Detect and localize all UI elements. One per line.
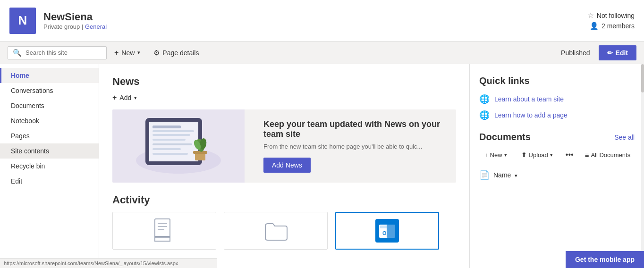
activity-section: Activity [112, 194, 456, 250]
add-news-label: Add News [272, 161, 302, 169]
quick-link-1[interactable]: 🌐 Learn about a team site [479, 94, 635, 104]
svg-rect-6 [153, 139, 186, 141]
sidebar-item-documents[interactable]: Documents [0, 98, 99, 113]
edit-button[interactable]: ✏ Edit [599, 45, 636, 60]
doc-file-icon: 📄 [479, 170, 490, 180]
svg-rect-16 [155, 236, 170, 241]
sidebar-item-site-contents[interactable]: Site contents [0, 143, 99, 159]
see-all-link[interactable]: See all [614, 134, 635, 141]
docs-new-label: New [490, 151, 502, 159]
status-bar: https://microsoft.sharepoint.com/teams/N… [0, 258, 217, 268]
svg-rect-8 [153, 148, 181, 150]
globe-icon-1: 🌐 [479, 94, 490, 104]
docs-more-button[interactable]: ••• [562, 148, 577, 161]
activity-title: Activity [112, 194, 456, 206]
not-following-btn[interactable]: ☆ Not following [587, 11, 635, 20]
quick-links-title: Quick links [479, 75, 635, 86]
edit-label: Edit [616, 49, 628, 57]
members-label: 2 members [602, 22, 635, 30]
site-meta: Private group | General [43, 23, 107, 30]
search-bar[interactable]: 🔍 Search this site [8, 46, 107, 59]
ellipsis-icon: ••• [566, 151, 574, 159]
docs-upload-label: Upload [529, 151, 548, 159]
mobile-cta-label: Get the mobile app [575, 256, 635, 263]
chevron-down-icon-2: ▾ [550, 152, 553, 158]
all-docs-label: All Documents [591, 151, 630, 159]
pencil-icon: ✏ [607, 49, 613, 57]
sidebar-item-home[interactable]: Home [0, 68, 99, 83]
sidebar-recycle-bin-label: Recycle bin [11, 162, 45, 170]
docs-name-row[interactable]: 📄 Name ▾ [479, 167, 635, 183]
news-card: Keep your team updated with News on your… [112, 109, 456, 183]
activity-card-3: O [335, 212, 439, 250]
scrollbar-track [641, 64, 644, 268]
sidebar-item-edit[interactable]: Edit [0, 174, 99, 189]
site-name: NewSiena [43, 11, 107, 23]
site-private-label: Private group [43, 23, 80, 30]
all-docs-button[interactable]: ≡ All Documents [581, 149, 635, 161]
plus-icon: + [484, 151, 488, 159]
header-right: ☆ Not following 👤 2 members [587, 11, 635, 30]
person-icon: 👤 [590, 22, 599, 30]
top-header: N NewSiena Private group | General ☆ Not… [0, 0, 644, 42]
docs-title: Documents [479, 132, 531, 142]
sidebar-documents-label: Documents [11, 102, 44, 109]
activity-card-1 [112, 212, 216, 250]
activity-folder-icon [262, 217, 290, 245]
published-button[interactable]: Published [554, 46, 597, 59]
sidebar-notebook-label: Notebook [11, 117, 39, 125]
docs-upload-button[interactable]: ⬆ Upload ▾ [516, 148, 558, 161]
sidebar-site-contents-label: Site contents [11, 147, 49, 155]
quick-link-2[interactable]: 🌐 Learn how to add a page [479, 110, 635, 120]
svg-rect-5 [153, 134, 190, 136]
svg-rect-15 [155, 219, 170, 238]
search-placeholder: Search this site [25, 49, 68, 56]
mobile-cta-button[interactable]: Get the mobile app [566, 251, 644, 268]
sidebar-home-label: Home [11, 72, 29, 79]
site-group-link[interactable]: General [85, 23, 107, 30]
not-following-label: Not following [597, 12, 635, 19]
activity-cards: O [112, 212, 456, 250]
docs-new-button[interactable]: + New ▾ [479, 149, 512, 161]
search-icon: 🔍 [13, 49, 22, 57]
status-url: https://microsoft.sharepoint.com/teams/N… [4, 260, 178, 266]
globe-icon-2: 🌐 [479, 110, 490, 120]
svg-rect-9 [153, 153, 188, 155]
quick-link-2-label: Learn how to add a page [494, 111, 568, 119]
news-description: From the new team site home page you'll … [263, 143, 449, 150]
add-news-row[interactable]: + Add ▾ [112, 93, 456, 102]
site-info: NewSiena Private group | General [43, 11, 107, 30]
svg-rect-23 [387, 225, 395, 238]
site-logo: N [9, 8, 36, 34]
svg-rect-7 [153, 143, 192, 145]
add-news-button[interactable]: Add News [263, 158, 311, 173]
svg-rect-4 [153, 130, 194, 132]
new-button[interactable]: + New ▾ [109, 46, 146, 60]
sidebar-item-notebook[interactable]: Notebook [0, 113, 99, 128]
members-count: 👤 2 members [590, 22, 635, 30]
toolbar-left: 🔍 Search this site + New ▾ ⚙ Page detail… [8, 46, 552, 60]
scrollbar-thumb[interactable] [641, 64, 644, 92]
sidebar: Home Conversations Documents Notebook Pa… [0, 64, 99, 268]
new-label: New [121, 49, 135, 57]
outlook-icon: O [375, 219, 399, 243]
documents-section: Documents See all + New ▾ ⬆ Upload ▾ ••• [479, 132, 635, 183]
chevron-down-icon: ▾ [504, 152, 507, 158]
chevron-down-icon-3: ▾ [515, 173, 517, 178]
tablet-svg [127, 113, 230, 179]
upload-icon: ⬆ [521, 151, 527, 159]
news-image [112, 109, 245, 183]
sidebar-item-pages[interactable]: Pages [0, 128, 99, 143]
docs-header: Documents See all [479, 132, 635, 142]
sidebar-item-conversations[interactable]: Conversations [0, 83, 99, 98]
name-col-label: Name [493, 171, 511, 179]
sidebar-conversations-label: Conversations [11, 87, 53, 94]
news-section: News + Add ▾ [112, 75, 456, 183]
page-details-label: Page details [162, 49, 199, 57]
page-details-button[interactable]: ⚙ Page details [148, 46, 204, 60]
sidebar-item-recycle-bin[interactable]: Recycle bin [0, 159, 99, 174]
plus-icon: + [114, 49, 119, 57]
news-content: Keep your team updated with News on your… [256, 109, 456, 183]
name-col: Name ▾ [493, 171, 517, 179]
quick-link-1-label: Learn about a team site [494, 95, 564, 103]
